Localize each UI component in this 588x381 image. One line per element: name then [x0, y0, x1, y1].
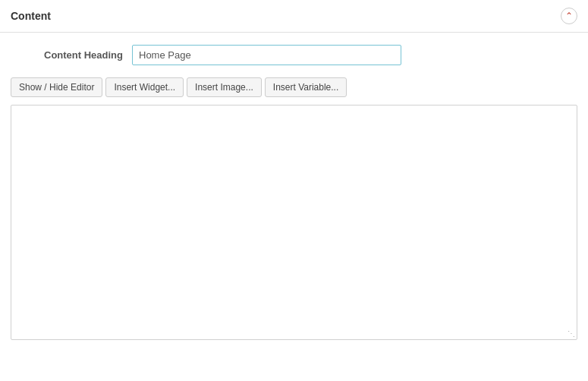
form-row-heading: Content Heading [0, 33, 588, 77]
heading-input[interactable] [132, 45, 401, 65]
collapse-icon: ⌃ [565, 11, 573, 21]
insert-variable-button[interactable]: Insert Variable... [265, 77, 347, 97]
editor-area[interactable]: ⋱ [11, 105, 577, 340]
insert-image-button[interactable]: Insert Image... [187, 77, 262, 97]
insert-widget-button[interactable]: Insert Widget... [105, 77, 184, 97]
editor-area-wrapper: ⋱ [0, 105, 588, 351]
show-hide-editor-button[interactable]: Show / Hide Editor [11, 77, 102, 97]
collapse-button[interactable]: ⌃ [561, 8, 577, 24]
section-title: Content [11, 10, 51, 22]
heading-label: Content Heading [11, 49, 132, 61]
section-header: Content ⌃ [0, 0, 588, 33]
page-container: Content ⌃ Content Heading Show / Hide Ed… [0, 0, 588, 381]
toolbar: Show / Hide Editor Insert Widget... Inse… [0, 77, 588, 105]
resize-handle: ⋱ [568, 330, 575, 338]
